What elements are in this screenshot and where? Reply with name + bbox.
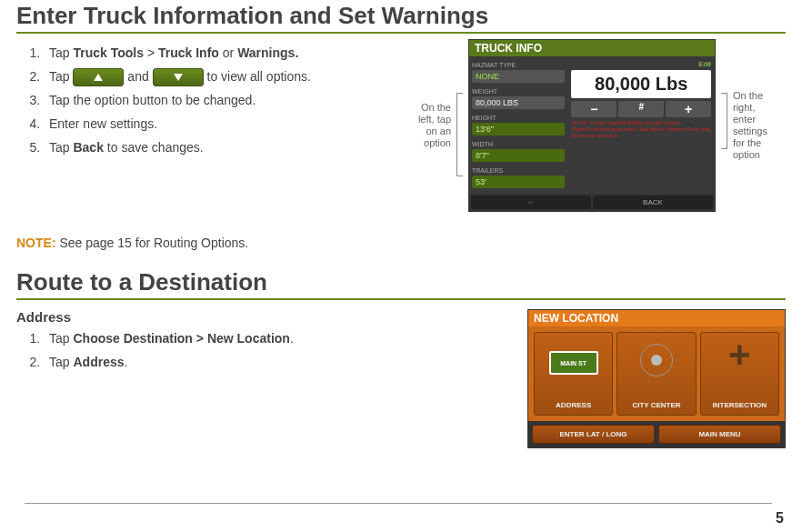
text-bold: Back	[73, 140, 103, 155]
city-center-icon	[634, 342, 679, 378]
callout-line: on an	[426, 125, 451, 136]
step-1: Tap Choose Destination > New Location.	[44, 328, 518, 348]
field-value: NONE	[472, 70, 565, 83]
text: Tap	[49, 355, 73, 369]
address-tile: MAIN ST ADDRESS	[534, 332, 613, 416]
callout-line: left, tap	[418, 114, 451, 125]
text: or	[219, 45, 237, 60]
tile-label: INTERSECTION	[713, 401, 767, 409]
heading-truck-info: Enter Truck Information and Set Warnings	[16, 2, 786, 34]
minus-button: −	[571, 101, 617, 117]
step-5: Tap Back to save changes.	[44, 137, 389, 157]
text: >	[144, 45, 158, 60]
weight-display: 80,000 Lbs	[571, 70, 711, 98]
back-button: BACK	[593, 196, 713, 209]
field-label: HEIGHT	[472, 115, 496, 121]
text-bold: Truck Info	[158, 45, 219, 60]
step-3: Tap the option button to be changed.	[44, 90, 389, 110]
up-arrow-icon	[73, 68, 124, 86]
heading-route: Route to a Destination	[16, 268, 786, 300]
field-value: 53'	[472, 176, 565, 188]
field-label: WIDTH	[472, 141, 493, 147]
callout-left: On the left, tap on an option	[398, 102, 451, 149]
intersection-tile: + INTERSECTION	[700, 332, 779, 416]
routing-note: NOTE: See page 15 for Routing Options.	[16, 236, 786, 250]
screenshot-title: TRUCK INFO	[469, 40, 715, 56]
note-text: See page 15 for Routing Options.	[56, 236, 249, 250]
callout-bracket-right	[721, 93, 727, 149]
text-bold: Choose Destination > New Location	[73, 331, 289, 346]
field-value: 80,000 LBS	[472, 96, 565, 109]
latlong-button: ENTER LAT / LONG	[532, 425, 655, 444]
callout-bracket-left	[456, 93, 463, 176]
text: Tap	[49, 69, 73, 84]
step-2: Tap and to view all options.	[44, 66, 389, 86]
tile-label: ADDRESS	[556, 401, 591, 409]
text: and	[124, 69, 152, 84]
text: Tap	[49, 331, 73, 346]
truck-info-screenshot: TRUCK INFO HAZMAT TYPENONE WEIGHT80,000 …	[468, 39, 716, 212]
screenshot-title: NEW LOCATION	[528, 310, 785, 326]
text-bold: Address	[73, 355, 124, 369]
text-bold: Truck Tools	[73, 45, 144, 60]
text: Tap	[49, 140, 73, 155]
new-location-screenshot: NEW LOCATION MAIN ST ADDRESS CITY CENTER…	[527, 309, 786, 448]
field-label: WEIGHT	[472, 88, 497, 95]
note-label: NOTE:	[16, 236, 56, 250]
text: to save changes.	[104, 140, 204, 155]
step-4: Enter new settings.	[44, 114, 389, 134]
subheading-address: Address	[16, 309, 518, 325]
callout-right: On the right, enter settings for the opt…	[733, 90, 786, 161]
text: Tap	[49, 45, 73, 60]
steps-list-1: Tap Truck Tools > Truck Info or Warnings…	[16, 43, 389, 157]
step-2: Tap Address.	[44, 352, 518, 372]
field-value: 13'6"	[472, 123, 565, 136]
callout-line: for the option	[733, 137, 761, 160]
text: .	[125, 355, 128, 369]
text: to view all options.	[204, 69, 311, 84]
steps-list-2: Tap Choose Destination > New Location. T…	[16, 328, 518, 372]
field-value: 8'7"	[472, 149, 565, 162]
callout-line: option	[424, 137, 451, 148]
step-1: Tap Truck Tools > Truck Info or Warnings…	[44, 43, 389, 63]
callout-line: On the	[421, 102, 451, 113]
street-sign-icon: MAIN ST	[549, 351, 598, 375]
down-arrow-icon	[153, 68, 204, 86]
callout-line: On the right,	[733, 90, 763, 113]
warning-note: NOTE: Trucks over 80,000lbs should consu…	[571, 120, 711, 139]
page-number: 5	[776, 510, 784, 527]
city-center-tile: CITY CENTER	[617, 332, 696, 416]
callout-line: enter settings	[733, 114, 767, 136]
back-arrow-button: ←	[471, 196, 591, 209]
text-bold: Warnings.	[237, 45, 298, 60]
main-menu-button: MAIN MENU	[658, 425, 781, 444]
intersection-icon: +	[717, 336, 762, 373]
plus-button: +	[666, 101, 711, 117]
edit-label: Edit	[571, 60, 711, 70]
text: .	[290, 331, 294, 346]
hash-button: #	[618, 101, 664, 117]
field-label: HAZMAT TYPE	[472, 62, 516, 68]
tile-label: CITY CENTER	[632, 401, 680, 409]
field-label: TRAILERS	[472, 167, 503, 174]
